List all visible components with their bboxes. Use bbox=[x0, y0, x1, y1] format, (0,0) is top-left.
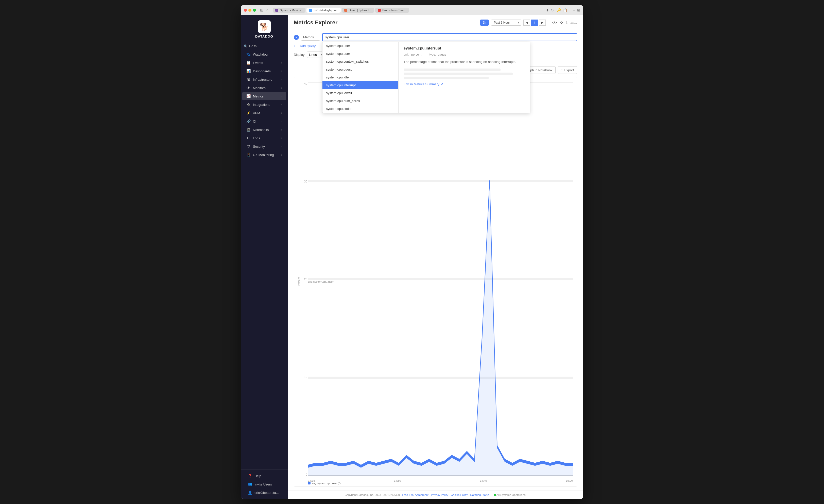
tab-us5-label: us5.datadoghq.com bbox=[314, 9, 338, 12]
sidebar-item-user-profile[interactable]: 👤 eric@bettersta... bbox=[244, 489, 285, 497]
tab-prom[interactable]: Prometheus Time... bbox=[375, 8, 409, 13]
sidebar-item-infrastructure[interactable]: 🏗 Infrastructure › bbox=[242, 75, 286, 84]
sidebar-item-apm[interactable]: ⚡ APM › bbox=[242, 109, 286, 117]
sidebar-item-events[interactable]: 📋 Events › bbox=[242, 59, 286, 67]
dropdown-item-num-cores[interactable]: system.cpu.num_cores bbox=[322, 97, 398, 105]
sidebar-item-watchdog[interactable]: 🐾 Watchdog bbox=[242, 50, 286, 59]
dropdown-item-iowait[interactable]: system.cpu.iowait bbox=[322, 89, 398, 97]
sidebar-search[interactable]: 🔍 Go to... bbox=[241, 43, 288, 50]
preview-meta: unit: percent | type: gauge bbox=[404, 52, 525, 57]
security-icon: 🛡 bbox=[246, 144, 250, 148]
tab-splunk-icon bbox=[344, 9, 347, 12]
query-input[interactable] bbox=[322, 33, 577, 41]
back-button[interactable]: ‹ bbox=[267, 8, 268, 12]
chart-legend: avg:system.cpu.user(*) bbox=[308, 482, 340, 485]
dropdown-item-context-switches[interactable]: system.cpu.context_switches bbox=[322, 58, 398, 66]
minimize-button[interactable] bbox=[248, 9, 251, 12]
free-trial-link[interactable]: Free-Trial Agreement bbox=[402, 493, 429, 496]
sidebar-toggle-button[interactable]: ⊞ bbox=[260, 8, 263, 12]
datadog-logo: 🐕 bbox=[258, 20, 271, 33]
infrastructure-icon: 🏗 bbox=[246, 77, 250, 82]
titlebar: ⊞ ‹ System - Metrics... us5.datadoghq.co… bbox=[241, 5, 583, 15]
display-select[interactable]: Lines bbox=[307, 52, 323, 58]
autocomplete-dropdown: system.cpu.user system.cpu.user system.c… bbox=[322, 41, 530, 113]
sidebar-item-metrics[interactable]: 📈 Metrics › bbox=[242, 92, 286, 100]
export-icon: ↑ bbox=[561, 68, 563, 72]
new-tab-icon[interactable]: + bbox=[573, 8, 575, 12]
maximize-button[interactable] bbox=[253, 9, 256, 12]
sidebar-item-label: eric@bettersta... bbox=[254, 491, 279, 495]
tab-dd-icon bbox=[275, 9, 278, 12]
sidebar-item-monitors[interactable]: 👁 Monitors › bbox=[242, 84, 286, 92]
search-icon: 🔍 bbox=[244, 44, 247, 48]
as-button[interactable]: as... bbox=[571, 20, 577, 25]
help-icon: ❓ bbox=[248, 474, 252, 478]
preview-unit-value: percent bbox=[411, 53, 421, 56]
topbar: Metrics Explorer 1h Past 1 Hour ◀ ⏸ ▶ bbox=[288, 15, 583, 29]
code-icon[interactable]: </> bbox=[552, 20, 557, 25]
sidebar-item-label: CI bbox=[253, 119, 256, 123]
privacy-policy-link[interactable]: Privacy Policy bbox=[431, 493, 448, 496]
dropdown-item-user[interactable]: system.cpu.user bbox=[322, 42, 398, 50]
ux-monitoring-icon: 📱 bbox=[246, 153, 250, 157]
sidebar-item-label: Metrics bbox=[253, 94, 264, 98]
sidebar-item-ux-monitoring[interactable]: 📱 UX Monitoring › bbox=[242, 151, 286, 159]
sidebar-item-label: Monitors bbox=[253, 86, 266, 90]
tab-dd-label: System - Metrics... bbox=[280, 9, 303, 12]
x-tick-1430: 14:30 bbox=[394, 479, 401, 482]
main-content: Metrics Explorer 1h Past 1 Hour ◀ ⏸ ▶ bbox=[288, 15, 583, 499]
monitors-icon: 👁 bbox=[246, 86, 250, 90]
grid-icon[interactable]: ⊞ bbox=[577, 8, 580, 12]
download-icon[interactable]: ⬇ bbox=[546, 8, 549, 12]
plus-icon: + bbox=[294, 44, 296, 48]
preview-type-badge: type: gauge bbox=[429, 52, 447, 57]
preview-title: system.cpu.interrupt bbox=[404, 46, 525, 50]
time-preset-1h[interactable]: 1h bbox=[480, 19, 489, 26]
chevron-right-icon: › bbox=[281, 145, 282, 148]
notes-icon[interactable]: 📋 bbox=[563, 8, 567, 12]
datadog-status-link[interactable]: Datadog Status bbox=[470, 493, 490, 496]
sidebar-item-ci[interactable]: 🔗 CI › bbox=[242, 117, 286, 125]
dropdown-item-user2[interactable]: system.cpu.user bbox=[322, 50, 398, 58]
sidebar-item-label: Dashboards bbox=[253, 69, 271, 73]
tab-dd[interactable]: System - Metrics... bbox=[273, 8, 305, 13]
tab-splunk[interactable]: Demo | Splunk 9... bbox=[342, 8, 374, 13]
dropdown-item-guest[interactable]: system.cpu.guest bbox=[322, 66, 398, 73]
edit-in-metrics-summary-link[interactable]: Edit in Metrics Summary ↗ bbox=[404, 82, 525, 86]
watchdog-icon: 🐾 bbox=[246, 52, 250, 56]
time-prev-button[interactable]: ◀ bbox=[523, 19, 530, 26]
export-button[interactable]: ↑ Export bbox=[557, 66, 577, 74]
sidebar-item-invite-users[interactable]: 👥 Invite Users bbox=[244, 480, 285, 488]
sidebar-item-help[interactable]: ❓ Help bbox=[244, 472, 285, 480]
query-label: a bbox=[294, 35, 299, 40]
footer: Copyright Datadog, Inc. 2023 - 35.122633… bbox=[288, 491, 583, 499]
tab-us5[interactable]: us5.datadoghq.com bbox=[306, 8, 341, 13]
sidebar-item-integrations[interactable]: 🔌 Integrations › bbox=[242, 100, 286, 109]
password-icon[interactable]: 🔑 bbox=[556, 8, 561, 12]
time-range-select[interactable]: Past 1 Hour bbox=[491, 19, 521, 26]
sidebar-item-security[interactable]: 🛡 Security › bbox=[242, 142, 286, 150]
close-button[interactable] bbox=[244, 9, 247, 12]
time-pause-button[interactable]: ⏸ bbox=[531, 19, 538, 26]
query-type-select[interactable]: Metrics bbox=[301, 34, 320, 40]
sidebar-item-notebooks[interactable]: 📓 Notebooks › bbox=[242, 126, 286, 134]
info-icon[interactable]: ℹ bbox=[566, 20, 568, 25]
dropdown-item-stolen[interactable]: system.cpu.stolen bbox=[322, 105, 398, 113]
invite-icon: 👥 bbox=[248, 482, 252, 486]
dropdown-item-system[interactable]: system.cpu.system bbox=[322, 113, 398, 113]
tab-prom-icon bbox=[378, 9, 381, 12]
cookie-policy-link[interactable]: Cookie Policy bbox=[451, 493, 468, 496]
query-row: a Metrics system.cpu.user system.cpu.use… bbox=[294, 33, 577, 41]
sidebar-item-dashboards[interactable]: 📊 Dashboards › bbox=[242, 67, 286, 75]
time-next-button[interactable]: ▶ bbox=[539, 19, 546, 26]
dropdown-item-interrupt[interactable]: system.cpu.interrupt bbox=[322, 81, 398, 89]
notebooks-icon: 📓 bbox=[246, 128, 250, 132]
refresh-icon[interactable]: ⟳ bbox=[560, 20, 563, 25]
shield-icon[interactable]: 🛡 bbox=[551, 8, 554, 12]
share-icon[interactable]: ↑ bbox=[569, 8, 571, 12]
sidebar-item-logs[interactable]: 🗒 Logs › bbox=[242, 134, 286, 142]
traffic-lights bbox=[244, 9, 256, 12]
tab-splunk-label: Demo | Splunk 9... bbox=[349, 9, 372, 12]
dropdown-item-idle[interactable]: system.cpu.idle bbox=[322, 73, 398, 81]
status-text: All Systems Operational bbox=[497, 493, 526, 496]
